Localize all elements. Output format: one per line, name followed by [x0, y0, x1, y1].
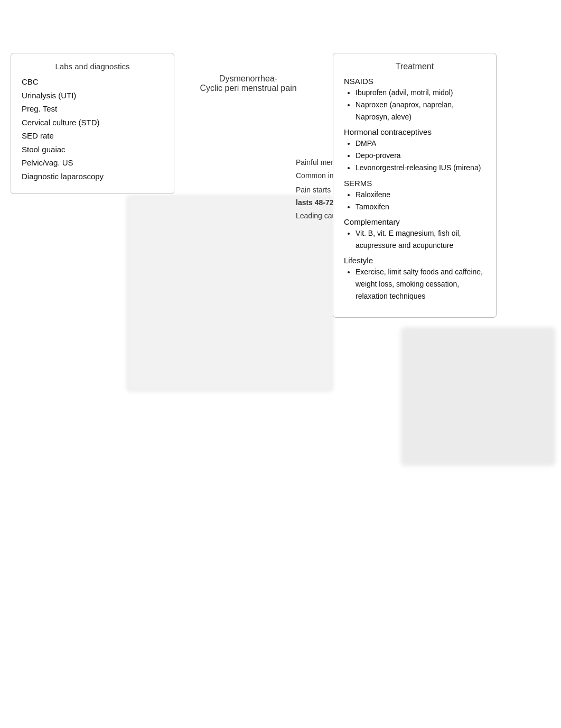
serms-item-1: Tamoxifen	[356, 201, 485, 213]
treatment-title: Treatment	[344, 62, 485, 71]
lifestyle-item-0: Exercise, limit salty foods and caffeine…	[356, 266, 485, 302]
lab-item-sed: SED rate	[22, 129, 163, 143]
treatment-card: Treatment NSAIDS Ibuprofen (advil, motri…	[333, 53, 497, 318]
nsaid-item-1: Naproxen (anaprox, naprelan, Naprosyn, a…	[356, 99, 485, 123]
dysmenorrhea-center: Dysmenorrhea-Cyclic peri menstrual pain	[180, 74, 317, 109]
lab-item-urinalysis: Urinalysis (UTI)	[22, 89, 163, 103]
labs-card: Labs and diagnostics CBC Urinalysis (UTI…	[11, 53, 174, 194]
blurred-card-mid	[127, 196, 333, 391]
treatment-serms-header: SERMS	[344, 179, 485, 188]
serms-item-0: Raloxifene	[356, 189, 485, 201]
treatment-nsaids-header: NSAIDS	[344, 77, 485, 86]
labs-title: Labs and diagnostics	[22, 62, 163, 71]
labs-list: CBC Urinalysis (UTI) Preg. Test Cervical…	[22, 75, 163, 183]
treatment-hormonal-list: DMPA Depo-provera Levonorgestrel-releasi…	[356, 137, 485, 174]
hormonal-item-1: Depo-provera	[356, 150, 485, 162]
dysmenorrhea-title: Dysmenorrhea-Cyclic peri menstrual pain	[180, 74, 317, 93]
treatment-complementary-list: Vit. B, vit. E magnesium, fish oil, acup…	[356, 227, 485, 252]
complementary-item-0: Vit. B, vit. E magnesium, fish oil, acup…	[356, 227, 485, 252]
lab-item-laparoscopy: Diagnostic laparoscopy	[22, 170, 163, 183]
treatment-complementary-header: Complementary	[344, 217, 485, 226]
treatment-hormonal-header: Hormonal contraceptives	[344, 127, 485, 136]
treatment-lifestyle-list: Exercise, limit salty foods and caffeine…	[356, 266, 485, 302]
hormonal-item-2: Levonorgestrel-releasing IUS (mirena)	[356, 162, 485, 174]
treatment-serms-list: Raloxifene Tamoxifen	[356, 189, 485, 213]
lab-item-preg: Preg. Test	[22, 102, 163, 116]
hormonal-item-0: DMPA	[356, 137, 485, 150]
lab-item-cervical: Cervical culture (STD)	[22, 116, 163, 130]
lab-item-pelvic: Pelvic/vag. US	[22, 156, 163, 170]
treatment-lifestyle-header: Lifestyle	[344, 256, 485, 265]
blurred-card-right	[401, 328, 555, 465]
treatment-nsaids-list: Ibuprofen (advil, motril, midol) Naproxe…	[356, 87, 485, 123]
lab-item-stool: Stool guaiac	[22, 143, 163, 156]
nsaid-item-0: Ibuprofen (advil, motril, midol)	[356, 87, 485, 99]
lab-item-cbc: CBC	[22, 75, 163, 89]
